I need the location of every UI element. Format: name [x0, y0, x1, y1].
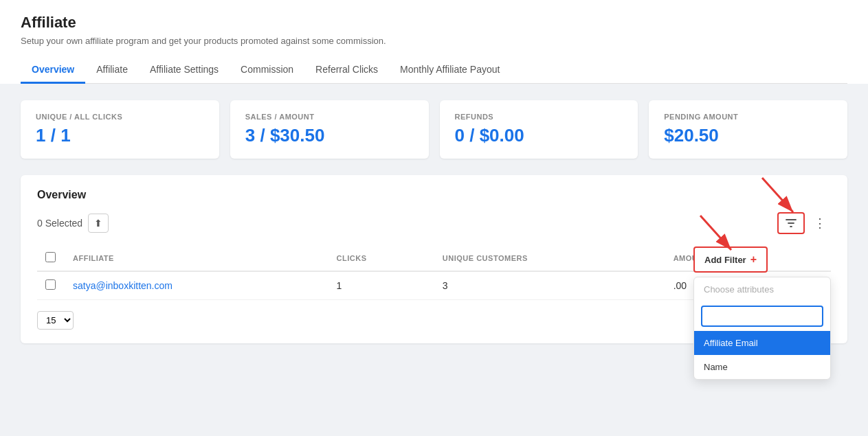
add-filter-plus-icon: +	[750, 253, 757, 266]
selected-count: 0 Selected ⬆	[37, 214, 109, 233]
tab-affiliate-settings[interactable]: Affiliate Settings	[139, 57, 230, 84]
filter-option-affiliate-email[interactable]: Affiliate Email	[694, 331, 830, 355]
row-checkbox-col	[37, 271, 65, 300]
stat-value-refunds: 0 / $0.00	[455, 125, 623, 146]
tab-affiliate[interactable]: Affiliate	[85, 57, 139, 84]
more-icon: ⋮	[814, 216, 826, 230]
overview-panel: Overview 0 Selected ⬆	[21, 175, 847, 343]
filter-button[interactable]	[777, 212, 805, 234]
page-subtitle: Setup your own affiliate program and get…	[21, 36, 847, 46]
header: Affiliate Setup your own affiliate progr…	[0, 0, 868, 84]
row-clicks: 1	[329, 271, 434, 300]
stat-card-clicks: UNIQUE / ALL CLICKS 1 / 1	[21, 100, 219, 159]
filter-option-name[interactable]: Name	[694, 355, 830, 379]
stat-value-sales: 3 / $30.50	[245, 125, 414, 146]
col-header-affiliate: AFFILIATE	[65, 245, 329, 271]
header-checkbox-col	[37, 245, 65, 271]
filter-popup: Choose attributes Affiliate Email Name	[693, 277, 831, 380]
stat-value-clicks: 1 / 1	[36, 125, 204, 146]
tab-referral-clicks[interactable]: Referral Clicks	[304, 57, 389, 84]
toolbar-right: ⋮	[777, 212, 831, 234]
stat-label-pending: PENDING AMOUNT	[664, 113, 832, 121]
selected-count-label: 0 Selected	[37, 218, 82, 229]
row-unique-customers: 3	[434, 271, 665, 300]
row-affiliate-email[interactable]: satya@inboxkitten.com	[65, 271, 329, 300]
stat-label-refunds: REFUNDS	[455, 113, 623, 121]
page-title: Affiliate	[21, 14, 847, 32]
per-page-select[interactable]: 15 25 50	[37, 311, 74, 330]
add-filter-button[interactable]: Add Filter +	[693, 246, 768, 273]
export-icon: ⬆	[94, 218, 102, 229]
filter-choose-attributes: Choose attributes	[694, 277, 830, 301]
stat-card-refunds: REFUNDS 0 / $0.00	[440, 100, 638, 159]
tabs-bar: Overview Affiliate Affiliate Settings Co…	[21, 57, 847, 84]
add-filter-label: Add Filter	[704, 255, 746, 265]
toolbar: 0 Selected ⬆	[37, 212, 831, 234]
stats-row: UNIQUE / ALL CLICKS 1 / 1 SALES / AMOUNT…	[21, 100, 847, 159]
tab-monthly-payout[interactable]: Monthly Affiliate Payout	[389, 57, 511, 84]
overview-section-title: Overview	[37, 189, 831, 201]
content-area: UNIQUE / ALL CLICKS 1 / 1 SALES / AMOUNT…	[0, 84, 868, 436]
tab-commission[interactable]: Commission	[230, 57, 304, 84]
row-checkbox[interactable]	[45, 279, 56, 290]
stat-card-pending: PENDING AMOUNT $20.50	[649, 100, 847, 159]
stat-card-sales: SALES / AMOUNT 3 / $30.50	[230, 100, 429, 159]
export-button[interactable]: ⬆	[88, 214, 109, 233]
page-wrapper: Affiliate Setup your own affiliate progr…	[0, 0, 868, 436]
col-header-clicks: CLICKS	[329, 245, 434, 271]
filter-search-input[interactable]	[701, 306, 823, 327]
more-options-button[interactable]: ⋮	[809, 212, 831, 234]
col-header-unique-customers: UNIQUE CUSTOMERS	[434, 245, 665, 271]
tab-overview[interactable]: Overview	[21, 57, 85, 84]
filter-icon	[786, 218, 797, 229]
filter-dropdown-container: Add Filter + Choose attributes Affiliate…	[693, 246, 831, 380]
stat-value-pending: $20.50	[664, 125, 832, 146]
stat-label-clicks: UNIQUE / ALL CLICKS	[36, 113, 204, 121]
stat-label-sales: SALES / AMOUNT	[245, 113, 414, 121]
select-all-checkbox[interactable]	[45, 252, 56, 262]
